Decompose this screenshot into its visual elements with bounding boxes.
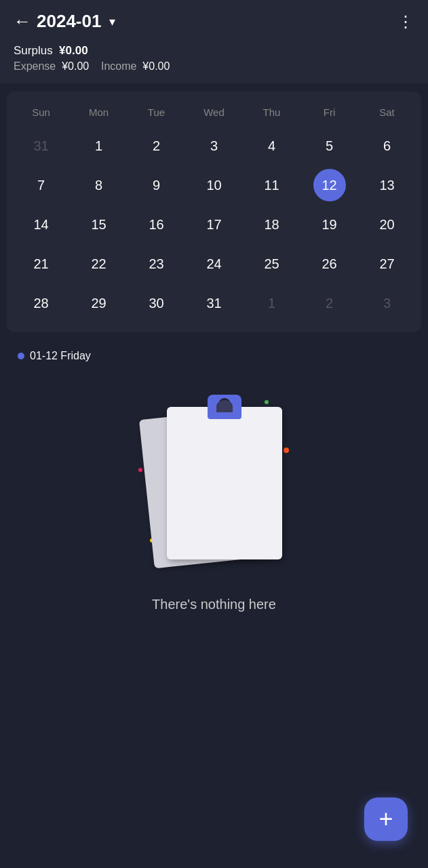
calendar-day[interactable]: 13 [379,167,394,203]
calendar-day[interactable]: 3 [383,285,391,321]
calendar-day[interactable]: 2 [326,285,333,321]
month-title: 2024-01 [37,11,101,32]
calendar-day-header: Fri [300,102,358,122]
empty-illustration: + + [126,387,303,583]
empty-message: There's nothing here [152,597,276,612]
calendar-day[interactable]: 24 [206,245,221,282]
back-button[interactable]: ← [14,11,31,32]
calendar-cell-wrapper: 16 [128,206,185,243]
calendar-day[interactable]: 25 [264,245,279,282]
add-icon: + [378,807,393,831]
calendar-cell-wrapper: 7 [12,167,70,203]
calendar-day-header: Sat [358,102,416,122]
calendar-day[interactable]: 27 [379,245,394,282]
calendar-day[interactable]: 9 [153,167,160,203]
calendar-cell-wrapper: 31 [12,127,70,164]
calendar-day[interactable]: 6 [383,127,391,164]
empty-state: + + There's nothing here [18,373,410,639]
calendar-header: SunMonTueWedThuFriSat [12,102,416,122]
calendar-day[interactable]: 31 [206,285,221,321]
calendar-day-header: Thu [243,102,300,122]
calendar-cell-wrapper: 3 [185,127,243,164]
calendar-day[interactable]: 29 [91,285,106,321]
calendar-cell-wrapper: 9 [128,167,185,203]
calendar-day[interactable]: 23 [149,245,163,282]
calendar-cell-wrapper: 23 [128,245,185,282]
calendar-day[interactable]: 11 [264,167,279,203]
income-label: Income [101,60,136,72]
app-header: ← 2024-01 ▾ ⋮ [0,0,428,41]
calendar-cell-wrapper: 27 [358,245,416,282]
expense-value: ¥0.00 [62,60,89,72]
calendar-cell-wrapper: 2 [128,127,185,164]
calendar-cell-wrapper: 28 [12,285,70,321]
calendar: SunMonTueWedThuFriSat 311234567891011121… [7,92,421,332]
calendar-cell-wrapper: 15 [70,206,128,243]
more-options-icon[interactable]: ⋮ [397,12,414,31]
add-button[interactable]: + [364,797,408,841]
calendar-cell-wrapper: 10 [185,167,243,203]
selected-day-text: 01-12 Friday [30,350,91,362]
calendar-day[interactable]: 17 [206,206,221,243]
calendar-cell-wrapper: 1 [243,285,300,321]
calendar-day[interactable]: 8 [95,167,102,203]
calendar-day[interactable]: 28 [33,285,48,321]
calendar-cell-wrapper: 5 [300,127,358,164]
deco-dot-4 [265,400,269,404]
calendar-day[interactable]: 4 [268,127,275,164]
clipboard-clip [208,395,241,419]
calendar-cell-wrapper: 17 [185,206,243,243]
calendar-cell-wrapper: 30 [128,285,185,321]
income-value: ¥0.00 [142,60,170,72]
calendar-day-header: Wed [185,102,243,122]
calendar-day[interactable]: 21 [33,245,48,282]
expense-income-line: Expense ¥0.00 Income ¥0.00 [14,60,414,73]
calendar-day[interactable]: 7 [37,167,45,203]
surplus-label: Surplus [14,44,53,57]
deco-dot-5 [284,448,289,453]
calendar-day-header: Tue [128,102,185,122]
calendar-cell-wrapper: 8 [70,167,128,203]
calendar-cell-wrapper: 14 [12,206,70,243]
calendar-day[interactable]: 30 [149,285,163,321]
calendar-day[interactable]: 2 [153,127,160,164]
clipboard-hole [218,398,231,410]
calendar-day[interactable]: 14 [33,206,48,243]
calendar-day[interactable]: 31 [33,127,48,164]
calendar-cell-wrapper: 19 [300,206,358,243]
calendar-day[interactable]: 1 [95,127,102,164]
calendar-cell-wrapper: 24 [185,245,243,282]
calendar-cell-wrapper: 18 [243,206,300,243]
calendar-day[interactable]: 1 [268,285,275,321]
calendar-day-header: Sun [12,102,70,122]
calendar-cell-wrapper: 13 [358,167,416,203]
surplus-value: ¥0.00 [59,44,88,57]
calendar-cell-wrapper: 20 [358,206,416,243]
calendar-day[interactable]: 19 [322,206,336,243]
calendar-cell-wrapper: 22 [70,245,128,282]
calendar-cell-wrapper: 26 [300,245,358,282]
financial-summary: Surplus ¥0.00 Expense ¥0.00 Income ¥0.00 [0,41,428,83]
expense-label: Expense [14,60,56,72]
calendar-day[interactable]: 10 [206,167,221,203]
calendar-day-header: Mon [70,102,128,122]
day-indicator [18,353,24,359]
calendar-cell-wrapper: 21 [12,245,70,282]
surplus-line: Surplus ¥0.00 [14,44,414,58]
calendar-day[interactable]: 26 [322,245,336,282]
calendar-day[interactable]: 16 [149,206,163,243]
calendar-day[interactable]: 20 [379,206,394,243]
calendar-cell-wrapper: 1 [70,127,128,164]
dropdown-arrow-icon[interactable]: ▾ [109,14,115,29]
selected-day-label: 01-12 Friday [18,350,410,362]
clipboard-front [167,407,282,559]
calendar-day[interactable]: 18 [264,206,279,243]
calendar-day[interactable]: 22 [91,245,106,282]
calendar-day[interactable]: 15 [91,206,106,243]
calendar-day[interactable]: 12 [313,169,346,201]
calendar-cell-wrapper: 3 [358,285,416,321]
calendar-day[interactable]: 5 [326,127,333,164]
calendar-day[interactable]: 3 [210,127,218,164]
header-left: ← 2024-01 ▾ [14,11,115,32]
calendar-cell-wrapper: 11 [243,167,300,203]
